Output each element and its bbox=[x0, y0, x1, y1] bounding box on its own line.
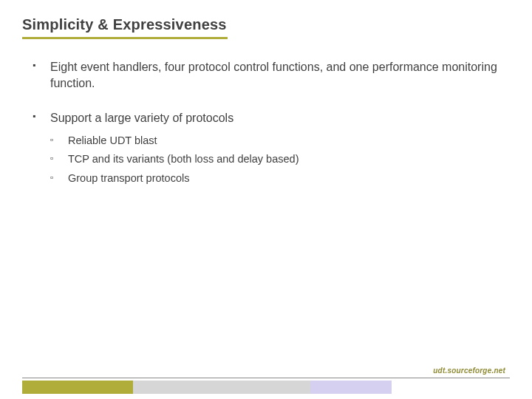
footer-bar-segment-gray bbox=[133, 381, 310, 394]
footer-url: udt.sourceforge.net bbox=[433, 366, 505, 375]
title-wrap: Simplicity & Expressiveness bbox=[22, 16, 227, 33]
list-item: Eight event handlers, four protocol cont… bbox=[33, 59, 499, 91]
list-item: TCP and its variants (both loss and dela… bbox=[50, 152, 499, 167]
list-item-text: Support a large variety of protocols bbox=[50, 112, 233, 124]
slide-title: Simplicity & Expressiveness bbox=[22, 16, 227, 33]
list-item: Support a large variety of protocols Rel… bbox=[33, 110, 499, 185]
bullet-list-level2: Reliable UDT blast TCP and its variants … bbox=[50, 134, 499, 186]
content-area: Eight event handlers, four protocol cont… bbox=[33, 59, 499, 205]
slide: Simplicity & Expressiveness Eight event … bbox=[0, 0, 532, 399]
list-item-text: TCP and its variants (both loss and dela… bbox=[68, 153, 299, 165]
footer-bar-segment-lavender bbox=[310, 381, 392, 394]
list-item-text: Group transport protocols bbox=[68, 172, 189, 184]
list-item: Group transport protocols bbox=[50, 171, 499, 186]
footer-bar-segment-olive bbox=[22, 381, 133, 394]
footer-color-bar bbox=[22, 381, 392, 394]
list-item-text: Reliable UDT blast bbox=[68, 134, 157, 146]
title-underline bbox=[22, 37, 228, 39]
list-item-text: Eight event handlers, four protocol cont… bbox=[50, 61, 497, 89]
bullet-list-level1: Eight event handlers, four protocol cont… bbox=[33, 59, 499, 185]
footer-rule bbox=[22, 378, 510, 378]
list-item: Reliable UDT blast bbox=[50, 134, 499, 149]
